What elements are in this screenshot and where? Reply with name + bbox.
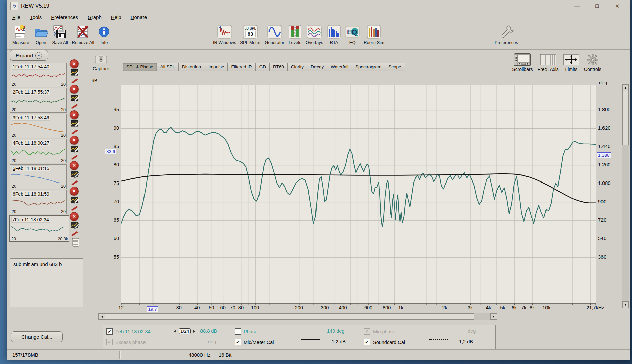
toolbar-button-eq[interactable]: EQEQ: [343, 24, 362, 46]
scroll-up-arrow-icon[interactable]: ▲: [622, 84, 629, 91]
trace-settings-icon[interactable]: [71, 69, 79, 77]
tab-spectrogram[interactable]: Spectrogram: [352, 63, 385, 71]
toolbar-button-save-all[interactable]: Save All: [50, 24, 70, 46]
measurement-tile-2[interactable]: 2Feb 11 17:55:372020✕: [8, 87, 86, 113]
delete-measurement-icon[interactable]: ✕: [70, 161, 79, 170]
scroll-down-arrow-icon[interactable]: ▼: [622, 301, 629, 308]
trace-color-pencil-icon[interactable]: [71, 180, 79, 185]
trace-color-pencil-icon[interactable]: [71, 154, 79, 160]
menu-item-donate[interactable]: Donate: [131, 14, 147, 20]
thumbnail-axis-max: 20: [61, 107, 66, 112]
measurement-thumbnail[interactable]: 1Feb 11 17:54:402020: [10, 63, 67, 87]
menu-item-preferences[interactable]: Preferences: [51, 14, 78, 20]
delete-measurement-icon[interactable]: ✕: [70, 187, 79, 196]
trace-settings-icon[interactable]: [71, 197, 79, 204]
trace-color-pencil-icon[interactable]: [71, 78, 79, 83]
tab-gd[interactable]: GD: [255, 63, 269, 71]
tab-clarity[interactable]: Clarity: [287, 63, 307, 71]
tab-spl-phase[interactable]: SPL & Phase: [123, 63, 157, 71]
trace-color-pencil-icon[interactable]: [71, 103, 79, 109]
change-cal-button[interactable]: Change Cal...: [11, 331, 63, 342]
measurement-thumbnail[interactable]: 6Feb 11 18:01:592020: [10, 190, 67, 214]
trace-settings-icon[interactable]: [71, 95, 79, 102]
delete-measurement-icon[interactable]: ✕: [70, 59, 79, 68]
vertical-scroll-thumb[interactable]: [622, 91, 629, 145]
checkbox-phase[interactable]: [235, 328, 241, 335]
trace-color-pencil-icon[interactable]: [71, 129, 79, 134]
trace-settings-icon[interactable]: [71, 146, 79, 153]
expand-button[interactable]: Expand »: [10, 50, 48, 61]
toolbar-button-info[interactable]: Info: [96, 24, 112, 46]
toolbar-button-spl-meter[interactable]: dB SPL83SPL Meter: [238, 24, 263, 46]
levels-icon: 0369: [288, 24, 302, 39]
maximize-button[interactable]: □: [593, 2, 601, 10]
measurement-thumbnail[interactable]: 2Feb 11 17:55:372020: [10, 88, 67, 113]
measurement-tile-6[interactable]: 6Feb 11 18:01:592020✕: [8, 189, 86, 215]
measurement-tile-5[interactable]: 5Feb 11 18:01:152020✕: [8, 164, 86, 189]
vertical-scrollbar[interactable]: ▲ ▼: [622, 84, 629, 308]
delete-measurement-icon[interactable]: ✕: [70, 212, 79, 221]
spl-phase-chart[interactable]: [121, 85, 596, 304]
minimize-button[interactable]: —: [573, 2, 581, 10]
toolbar-button-measure[interactable]: Measure: [10, 24, 32, 46]
trace-settings-icon[interactable]: [71, 171, 79, 178]
menu-item-help[interactable]: Help: [111, 14, 121, 20]
toolbar-button-preferences[interactable]: Preferences: [493, 24, 520, 46]
measurement-tile-4[interactable]: 4Feb 11 18:00:272020✕: [8, 138, 86, 164]
toolbar-button-open[interactable]: Open: [32, 24, 50, 46]
tab-impulse[interactable]: Impulse: [205, 63, 227, 71]
tab-filtered-ir[interactable]: Filtered IR: [227, 63, 255, 71]
toolbar-button-room-sim[interactable]: Room Sim: [362, 24, 386, 46]
trace-settings-icon[interactable]: [71, 120, 79, 128]
trace-color-pencil-icon[interactable]: [71, 231, 79, 236]
tab-all-spl[interactable]: All SPL: [157, 63, 178, 71]
measurement-thumbnail[interactable]: 4Feb 11 18:00:272020: [10, 139, 67, 163]
delete-measurement-icon[interactable]: ✕: [70, 136, 79, 145]
tab-decay[interactable]: Decay: [307, 63, 327, 71]
trace-settings-icon[interactable]: [71, 222, 79, 229]
toolbar-button-remove-all[interactable]: Remove All: [70, 24, 96, 46]
measurement-title: 7Feb 11 18:02:34: [11, 217, 50, 223]
checkbox-mic-meter-cal[interactable]: ✓: [235, 339, 241, 345]
measurement-tile-1[interactable]: 1Feb 11 17:54:402020✕: [8, 62, 86, 87]
measurement-notes[interactable]: sub mit am und 683 b: [10, 258, 83, 307]
scroll-right-arrow-icon[interactable]: ►: [490, 313, 497, 320]
tab-waterfall[interactable]: Waterfall: [327, 63, 352, 71]
tab-scope[interactable]: Scope: [385, 63, 405, 71]
checkbox-soundcard-cal[interactable]: ✓: [364, 339, 370, 345]
smoothing-right-arrow-icon[interactable]: [193, 330, 195, 333]
title-bar[interactable]: REW V5,19 — □ ✕: [7, 0, 630, 12]
horizontal-scrollbar[interactable]: ◄ ►: [98, 313, 497, 320]
measurement-tile-3[interactable]: 3Feb 11 17:58:492020✕: [8, 113, 86, 138]
graph-control-controls[interactable]: Controls: [584, 53, 601, 72]
measurement-thumbnail[interactable]: 5Feb 11 18:01:152020: [10, 164, 67, 189]
delete-measurement-icon[interactable]: ✕: [70, 110, 79, 119]
menu-item-file[interactable]: File: [12, 14, 20, 20]
graph-control-limits[interactable]: Limits: [563, 53, 579, 72]
trace-color-pencil-icon[interactable]: [71, 205, 79, 211]
toolbar-button-levels[interactable]: 0369Levels: [286, 24, 304, 46]
graph-control-scrollbars[interactable]: Scrollbars: [512, 53, 533, 72]
delete-measurement-icon[interactable]: ✕: [70, 85, 79, 94]
measurement-thumbnail[interactable]: 7Feb 11 18:02:342020,0k: [9, 215, 69, 242]
toolbar-button-rta[interactable]: RTA: [325, 24, 343, 46]
toolbar-button-overlays[interactable]: Overlays: [304, 24, 325, 46]
measurement-tile-7[interactable]: 7Feb 11 18:02:342020,0k✕: [8, 215, 86, 243]
capture-button[interactable]: Capture: [89, 55, 113, 71]
notes-icon[interactable]: [72, 238, 80, 247]
toolbar-button-ir-windows[interactable]: IR Windows: [211, 24, 238, 46]
smoothing-left-arrow-icon[interactable]: [174, 330, 176, 333]
menu-item-graph[interactable]: Graph: [88, 14, 102, 20]
tab-rt60[interactable]: RT60: [269, 63, 287, 71]
tab-distortion[interactable]: Distortion: [178, 63, 205, 71]
measurement-thumbnail[interactable]: 3Feb 11 17:58:492020: [10, 114, 67, 138]
close-button[interactable]: ✕: [613, 2, 622, 10]
menu-item-tools[interactable]: Tools: [30, 14, 42, 20]
graph-control-freq-axis[interactable]: Freq. Axis: [538, 53, 559, 72]
toolbar-button-generator[interactable]: Generator: [263, 24, 286, 46]
checkbox-feb-11-18-02-34[interactable]: ✓: [106, 328, 113, 335]
legend-label: Min phase: [373, 329, 395, 334]
scroll-left-arrow-icon[interactable]: ◄: [99, 313, 105, 320]
horizontal-scroll-thumb[interactable]: [105, 313, 474, 320]
smoothing-selector[interactable]: 1/24: [179, 328, 191, 334]
